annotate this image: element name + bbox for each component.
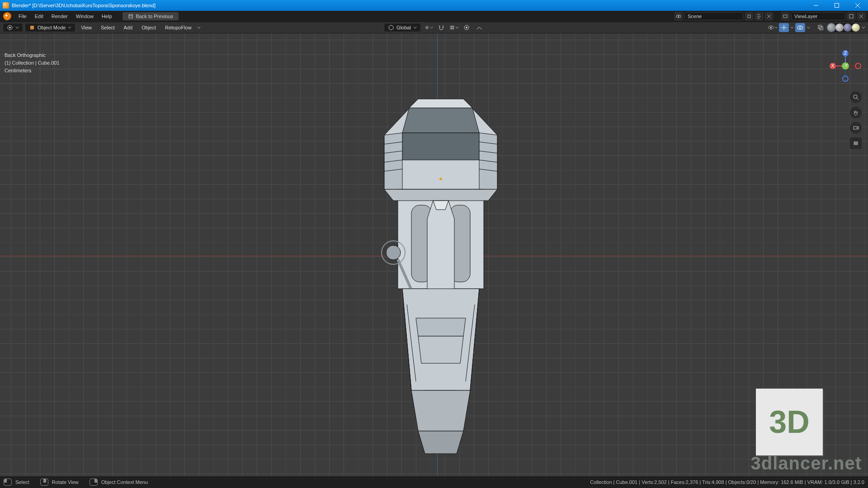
scene-new-button[interactable] [755,12,763,20]
shading-material[interactable] [844,23,852,32]
snap-toggle[interactable] [436,23,446,32]
window-title: Blender* [D:\Server\3D\Uchoba\KursTopora… [12,3,806,8]
menu-render[interactable]: Render [47,11,72,22]
menu-file[interactable]: File [14,11,31,22]
chevron-down-icon [15,26,19,29]
proportional-edit-toggle[interactable] [462,23,472,32]
mode-label: Object Mode [38,25,66,30]
viewlayer-name-field[interactable]: ViewLayer [791,12,845,20]
menu-help[interactable]: Help [98,11,116,22]
zoom-button[interactable] [850,91,862,103]
svg-text:Z: Z [844,50,847,56]
svg-point-13 [466,27,467,28]
new-icon [849,14,854,19]
shading-wireframe[interactable] [827,23,835,32]
mouse-left-icon [4,479,12,486]
menu-window[interactable]: Window [72,11,98,22]
overlay-units: Centimeters [5,67,59,75]
window-close-button[interactable] [847,0,868,11]
back-to-previous-label: Back to Previous [136,12,174,20]
back-icon [128,14,133,19]
overlays-toggle[interactable] [795,23,805,32]
shading-solid[interactable] [835,23,844,32]
header-menu-object[interactable]: Object [138,23,160,32]
orientation-icon [388,24,394,31]
svg-marker-51 [416,318,466,336]
camera-view-button[interactable] [850,122,862,134]
svg-point-49 [386,245,401,260]
svg-point-2 [678,15,681,18]
plus-icon [756,14,762,19]
navigation-gizmo[interactable]: X Z -Y [829,50,862,82]
grid-persp-icon [853,140,859,146]
header-menu-retopoflow[interactable]: RetopoFlow [161,23,195,32]
falloff-icon [476,24,482,31]
transform-orientation-selector[interactable]: Global [384,23,421,32]
object-mode-icon [29,24,35,31]
back-to-previous-button[interactable]: Back to Previous [123,12,179,20]
svg-marker-52 [418,336,463,363]
scene-delete-button[interactable] [765,12,773,20]
x-icon [766,14,772,19]
window-maximize-button[interactable] [826,0,847,11]
menu-edit[interactable]: Edit [31,11,47,22]
watermark-logo-text: 3D [769,404,809,440]
xray-toggle[interactable] [816,23,826,32]
eye-icon [768,24,774,31]
xray-icon [817,24,824,31]
status-hint-rotate: Rotate View [52,479,79,485]
svg-marker-43 [384,189,497,201]
chevron-down-icon[interactable] [790,26,794,29]
overlay-view-name: Back Orthographic [5,52,59,59]
camera-icon [853,125,859,131]
chevron-down-icon [197,26,201,29]
snap-target-selector[interactable] [449,23,459,32]
editor-type-selector[interactable] [3,23,23,32]
3d-viewport[interactable]: Back Orthographic (1) Collection | Cube.… [0,33,868,476]
svg-text:-Y: -Y [843,63,849,68]
blender-logo-icon[interactable] [3,12,11,20]
gizmo-toggle[interactable] [779,23,789,32]
status-hint-select: Select [15,479,29,485]
svg-rect-4 [783,15,787,18]
svg-point-11 [426,27,427,28]
chevron-down-icon[interactable] [807,26,810,29]
chevron-down-icon [455,26,459,29]
header-menu-add[interactable]: Add [120,23,137,32]
watermark-text: 3dlancer.net [751,453,862,474]
pivot-point-selector[interactable] [424,23,434,32]
svg-rect-5 [849,14,853,18]
pin-icon [746,14,752,19]
svg-point-7 [9,27,11,28]
pan-button[interactable] [850,107,862,118]
mode-selector[interactable]: Object Mode [25,23,75,32]
shading-rendered[interactable] [852,23,860,32]
viewport-overlay-text: Back Orthographic (1) Collection | Cube.… [5,52,59,75]
viewlayer-new-button[interactable] [847,12,855,20]
mouse-middle-icon [40,479,48,486]
layer-icon [783,14,788,19]
proportional-icon [463,24,470,31]
svg-point-76 [854,95,857,99]
mesh-object-cube001[interactable] [321,65,561,472]
proportional-falloff-selector[interactable] [474,23,484,32]
scene-browse-button[interactable] [675,12,683,20]
viewlayer-browse-button[interactable] [781,12,789,20]
viewlayer-delete-button[interactable] [857,12,865,20]
scene-pin-button[interactable] [745,12,753,20]
svg-point-15 [770,27,772,28]
zoom-icon [853,94,859,100]
viewlayer-name-label: ViewLayer [794,14,817,19]
visibility-selector[interactable] [768,23,778,32]
header-menu-view[interactable]: View [77,23,95,32]
perspective-toggle-button[interactable] [850,137,862,149]
overlays-icon [797,24,804,31]
scene-name-field[interactable]: Scene [684,12,743,20]
svg-marker-57 [411,390,470,431]
watermark-logo: 3D [756,389,823,455]
chevron-down-icon[interactable] [862,26,865,29]
svg-rect-3 [748,15,750,18]
window-minimize-button[interactable] [806,0,826,11]
mouse-right-icon [90,479,98,486]
header-menu-select[interactable]: Select [97,23,118,32]
